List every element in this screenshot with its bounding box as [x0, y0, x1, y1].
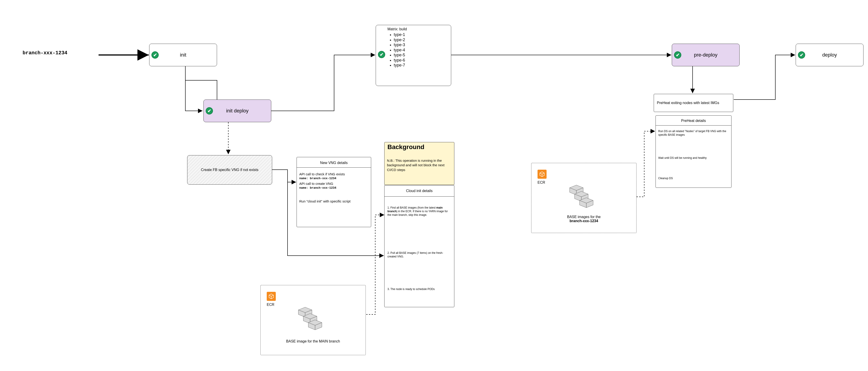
ecr-branch-caption: BASE images for the branch-xxx-1234: [531, 215, 637, 223]
matrix-build-types: type-1type-2type-3type-4type-5type-6type…: [388, 32, 448, 68]
ecr-main-label: ECR: [267, 303, 274, 307]
panel-preheat-nodes-label: PreHeat exiting nodes with latest IMGs: [654, 94, 733, 112]
panel-cloud-init-title: Cloud init details: [384, 187, 454, 196]
panel-new-vng-title: New VNG details: [297, 159, 371, 167]
ecr-branch-label: ECR: [537, 180, 545, 184]
text: 1. Find all BASE images (from the latest: [388, 206, 436, 209]
matrix-type-item: type-2: [394, 37, 448, 42]
text: branch-xxx-1234: [531, 219, 637, 223]
ecr-icon: [267, 292, 276, 301]
panel-preheat-title: PreHeat details: [655, 117, 732, 125]
preheat-step-1: Run DS on all related "Nodes" of target …: [658, 130, 728, 137]
matrix-build-title: Matrix: build: [388, 27, 448, 31]
node-pre-deploy-label: pre-deploy: [672, 44, 740, 66]
matrix-type-item: type-6: [394, 58, 448, 63]
text: API call to create VNG: [299, 181, 368, 186]
text: Run "cloud init" with specific script: [299, 199, 368, 204]
matrix-type-item: type-5: [394, 53, 448, 58]
text: name: branch-xxx-1234: [299, 176, 368, 180]
text: API call to check if VNG exists: [299, 172, 368, 176]
preheat-step-2: Wait until DS will be running and health…: [658, 156, 728, 160]
cloud-init-step-2: 2. Pull all BASE images (7 items) on the…: [388, 251, 452, 258]
node-init-label: init: [149, 44, 217, 66]
text: BASE images for the: [531, 215, 637, 219]
preheat-step-3: Cleanup DS: [658, 176, 728, 180]
panel-background-body: N.B.: This operation is running in the b…: [387, 159, 452, 172]
check-icon: [378, 51, 385, 58]
panel-background-title: Background: [388, 143, 453, 151]
boxes-icon: [296, 303, 323, 330]
boxes-icon: [567, 181, 594, 208]
text: ) in the ECR. If there is no YARN image …: [388, 210, 448, 217]
cloud-init-step-1: 1. Find all BASE images (from the latest…: [388, 206, 452, 217]
node-create-vng-label: Create FB specific VNG if not exists: [187, 155, 272, 184]
matrix-type-item: type-3: [394, 42, 448, 48]
ecr-main-caption: BASE image for the MAIN branch: [260, 339, 366, 343]
panel-new-vng-body: API call to check if VNG exists name: br…: [299, 172, 368, 204]
cloud-init-step-3: 3. The node is ready to schedule PODs: [388, 287, 452, 291]
text: name: branch-xxx-1234: [299, 186, 368, 190]
ecr-icon: [537, 170, 547, 179]
matrix-type-item: type-1: [394, 32, 448, 37]
matrix-build-content: Matrix: build type-1type-2type-3type-4ty…: [388, 27, 448, 68]
node-deploy-label: deploy: [796, 44, 864, 66]
matrix-type-item: type-4: [394, 48, 448, 53]
matrix-type-item: type-7: [394, 63, 448, 68]
node-init-deploy-label: init deploy: [204, 99, 271, 122]
pipeline-diagram: branch-xxx-1234 init init deploy Matrix:…: [0, 0, 868, 371]
start-branch-label: branch-xxx-1234: [23, 50, 99, 56]
